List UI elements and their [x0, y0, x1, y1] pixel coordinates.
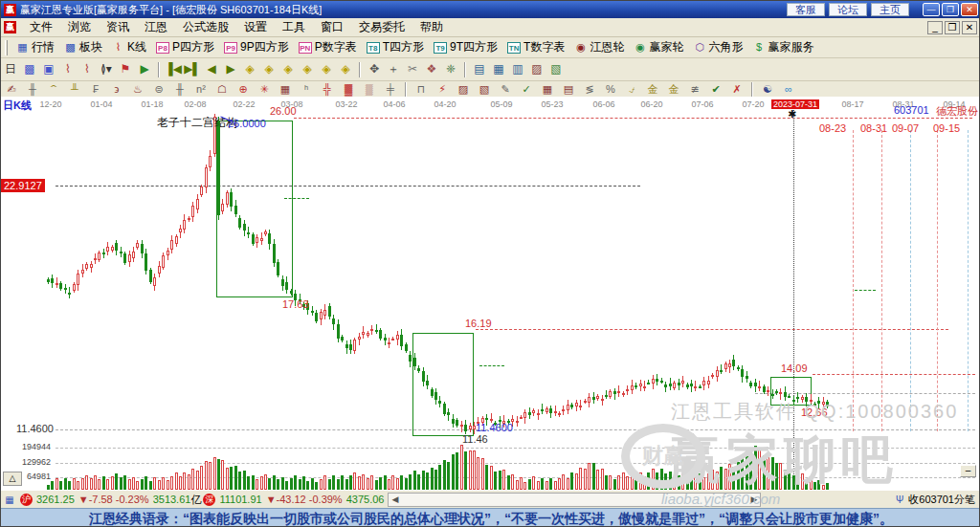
- toolbar-button-9T四方形[interactable]: T99T四方形: [429, 38, 502, 56]
- tool-icon[interactable]: ╨: [64, 82, 85, 97]
- home-button[interactable]: 主页: [871, 3, 909, 16]
- tool-icon[interactable]: ⚡: [432, 82, 453, 97]
- tool-icon[interactable]: ╪: [380, 82, 401, 97]
- tool-icon[interactable]: ✓: [516, 82, 537, 97]
- tool-icon[interactable]: %: [600, 82, 621, 97]
- menu-item-交易委托[interactable]: 交易委托: [351, 18, 412, 35]
- menu-item-帮助[interactable]: 帮助: [412, 18, 451, 35]
- tool-icon[interactable]: ◈: [299, 61, 316, 78]
- tool-icon[interactable]: ▶: [136, 61, 153, 78]
- tool-icon[interactable]: ❈: [442, 61, 459, 78]
- tool-icon[interactable]: ▐◀: [165, 61, 182, 78]
- tool-icon[interactable]: ✔: [705, 82, 726, 97]
- close-button[interactable]: ✕: [961, 3, 978, 16]
- tool-icon[interactable]: ✍: [1, 82, 22, 97]
- menu-item-设置[interactable]: 设置: [236, 18, 275, 35]
- tool-icon[interactable]: ✂: [404, 61, 421, 78]
- scroll-left-arrow[interactable]: ◀: [391, 494, 398, 504]
- menu-item-江恩[interactable]: 江恩: [137, 18, 175, 35]
- tool-icon[interactable]: ◀: [203, 61, 220, 78]
- menu-item-浏览[interactable]: 浏览: [60, 18, 99, 35]
- tool-icon[interactable]: ▨: [528, 61, 546, 78]
- tool-icon[interactable]: ▦: [275, 82, 296, 97]
- tool-icon[interactable]: ✗: [726, 82, 747, 97]
- toolbar-button-P四方形[interactable]: P8P四方形: [151, 38, 219, 56]
- tool-icon[interactable]: ╫: [22, 82, 43, 97]
- collapse-volume-button[interactable]: –: [960, 465, 976, 477]
- tool-icon[interactable]: ◈: [318, 61, 335, 78]
- toolbar-button-江恩轮[interactable]: ◉江恩轮: [569, 38, 629, 56]
- tool-icon[interactable]: ◈: [241, 61, 258, 78]
- tool-icon[interactable]: ▤: [471, 61, 488, 78]
- market-grid-icon[interactable]: ▦: [3, 494, 16, 506]
- tool-icon[interactable]: ＋: [385, 61, 402, 78]
- tool-icon[interactable]: ▓: [338, 82, 359, 97]
- tool-icon[interactable]: ⊕: [233, 82, 254, 97]
- tool-icon[interactable]: ▶: [222, 61, 239, 78]
- toolbar-button-六角形[interactable]: ⬡六角形: [688, 38, 747, 56]
- restore-button[interactable]: ❐: [942, 3, 959, 16]
- tool-icon[interactable]: 金: [642, 82, 663, 97]
- toolbar-button-9P四方形[interactable]: P99P四方形: [219, 38, 294, 56]
- tool-icon[interactable]: ᷍᷍: [43, 82, 64, 97]
- tool-icon[interactable]: ✳: [254, 82, 275, 97]
- tool-icon[interactable]: ▦: [537, 82, 558, 97]
- toolbar-button-T数字表[interactable]: TNT数字表: [502, 38, 569, 56]
- child-close-button[interactable]: ✕: [962, 21, 977, 34]
- toolbar-button-板块[interactable]: ▩板块: [59, 38, 107, 56]
- toolbar-button-T四方形[interactable]: T8T四方形: [362, 38, 429, 56]
- tool-icon[interactable]: ʰ: [296, 82, 317, 97]
- tool-icon[interactable]: ⌇: [59, 61, 77, 78]
- tool-icon[interactable]: ⚑: [117, 61, 134, 78]
- menu-item-文件[interactable]: 文件: [22, 18, 60, 35]
- tool-icon[interactable]: ▶▌: [184, 61, 201, 78]
- tool-icon[interactable]: ▧: [474, 82, 495, 97]
- tool-icon[interactable]: ☖: [212, 82, 233, 97]
- tool-icon[interactable]: ⊓: [411, 82, 432, 97]
- tool-icon[interactable]: ╫: [169, 82, 190, 97]
- toolbar-button-赢家服务[interactable]: $赢家服务: [747, 38, 818, 56]
- toolbar-button-P数字表[interactable]: PNP数字表: [294, 38, 362, 56]
- tool-icon[interactable]: ⌇: [78, 61, 96, 78]
- toolbar-button-赢家轮[interactable]: ◉赢家轮: [629, 38, 688, 56]
- tool-icon[interactable]: ≶: [579, 82, 600, 97]
- tool-icon[interactable]: ❖: [423, 61, 440, 78]
- tool-icon[interactable]: ◈: [337, 61, 354, 78]
- child-minimize-button[interactable]: _: [927, 21, 943, 34]
- tool-icon[interactable]: ▨: [453, 82, 474, 97]
- tool-icon[interactable]: ◈: [279, 61, 297, 78]
- menu-item-公式选股[interactable]: 公式选股: [175, 18, 236, 35]
- tool-icon[interactable]: ✎: [495, 82, 516, 97]
- minimize-button[interactable]: —: [923, 3, 940, 16]
- child-restore-button[interactable]: ❐: [945, 21, 960, 34]
- tool-icon[interactable]: ✥: [366, 61, 383, 78]
- tool-icon[interactable]: ≇: [684, 82, 705, 97]
- tool-icon[interactable]: 日▾: [2, 61, 19, 78]
- tool-icon[interactable]: ▣: [40, 61, 57, 78]
- tool-icon[interactable]: ▒: [359, 82, 380, 97]
- tool-icon[interactable]: n²: [190, 82, 212, 97]
- tool-icon[interactable]: ≬▾: [98, 61, 115, 78]
- tool-icon[interactable]: ▧: [547, 61, 565, 78]
- menu-item-窗口[interactable]: 窗口: [313, 18, 351, 35]
- tool-icon[interactable]: ▤: [558, 82, 579, 97]
- tool-icon[interactable]: ♨: [127, 82, 148, 97]
- tool-icon[interactable]: ⍻: [621, 82, 642, 97]
- tool-icon[interactable]: ◈: [260, 61, 278, 78]
- toolbar-button-K线[interactable]: ⌇K线: [107, 38, 151, 56]
- tool-icon[interactable]: ∞: [778, 82, 799, 97]
- menu-item-资讯[interactable]: 资讯: [99, 18, 137, 35]
- tool-icon[interactable]: ╬: [317, 82, 338, 97]
- toolbar-button-行情[interactable]: ▦行情: [11, 38, 59, 56]
- tool-icon[interactable]: ⊜: [148, 82, 169, 97]
- expand-panel-button[interactable]: △: [3, 472, 22, 486]
- tool-icon[interactable]: ☯: [757, 82, 778, 97]
- tool-icon[interactable]: 金: [663, 82, 684, 97]
- tool-icon[interactable]: ₣: [85, 82, 106, 97]
- tool-icon[interactable]: ▩: [21, 61, 38, 78]
- support-button[interactable]: 客服: [787, 3, 825, 16]
- tool-icon[interactable]: ϶: [106, 82, 127, 97]
- menu-item-工具[interactable]: 工具: [275, 18, 313, 35]
- tool-icon[interactable]: ▥: [509, 61, 526, 78]
- tool-icon[interactable]: ▦: [490, 61, 507, 78]
